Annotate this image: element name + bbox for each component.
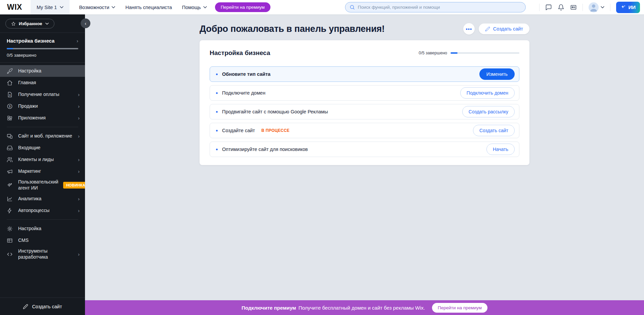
chat-icon[interactable] xyxy=(545,4,552,11)
sidebar-create-site-button[interactable]: Создать сайт xyxy=(0,298,85,315)
sidebar-item-label: Входящие xyxy=(18,145,80,151)
svg-text:$: $ xyxy=(9,105,11,108)
nav-help[interactable]: Помощь xyxy=(182,5,207,10)
bullet-dot-icon xyxy=(216,92,218,94)
chevron-down-icon xyxy=(203,6,207,8)
analytics-chart-icon xyxy=(7,196,13,202)
new-badge: НОВИНКА xyxy=(63,182,85,189)
gear-icon xyxy=(7,226,13,232)
task-connect-domain-button[interactable]: Подключить домен xyxy=(460,87,515,99)
business-setup-card: Настройка бизнеса 0/5 завершено Обновите… xyxy=(200,40,529,165)
code-icon xyxy=(7,251,13,257)
chevron-right-icon: › xyxy=(78,251,80,257)
apps-grid-icon xyxy=(7,115,13,121)
nav-features[interactable]: Возможности xyxy=(79,5,115,10)
sidebar-item-label: Клиенты и лиды xyxy=(18,157,73,163)
sidebar-item-marketing[interactable]: Маркетинг › xyxy=(0,165,85,177)
sidebar-item-site-and-app[interactable]: Сайт и моб. приложение › xyxy=(0,130,85,142)
chevron-right-icon: › xyxy=(78,196,80,202)
ai-button-label: ИИ xyxy=(628,4,636,10)
chevron-down-icon xyxy=(60,6,63,8)
task-row-update-site-type[interactable]: Обновите тип сайта Изменить xyxy=(210,66,519,82)
notifications-bell-icon[interactable] xyxy=(558,4,564,11)
sidebar-item-get-paid[interactable]: $ Получение оплаты › xyxy=(0,89,85,100)
sidebar-item-ai-agent[interactable]: Пользовательский агент ИИ НОВИНКА xyxy=(0,177,85,193)
banner-premium-button[interactable]: Перейти на премиум xyxy=(432,303,487,313)
divider xyxy=(583,4,583,11)
task-create-site-button[interactable]: Создать сайт xyxy=(473,125,515,136)
card-progress-label: 0/5 завершено xyxy=(419,51,447,55)
task-row-google-ads[interactable]: Продвигайте сайт с помощью Google Реклам… xyxy=(210,104,519,119)
search-input[interactable] xyxy=(358,5,521,10)
task-row-seo[interactable]: Оптимизируйте сайт для поисковиков Начат… xyxy=(210,142,519,157)
inbox-icon xyxy=(7,145,13,151)
bullet-dot-icon xyxy=(216,73,218,75)
account-menu[interactable] xyxy=(589,2,604,12)
sidebar-item-customers-leads[interactable]: Клиенты и лиды › xyxy=(0,154,85,165)
sidebar-collapse-button[interactable]: ‹ xyxy=(81,18,90,28)
sidebar-item-sales[interactable]: $ Продажи › xyxy=(0,100,85,112)
sidebar-item-label: Продажи xyxy=(18,103,73,109)
sidebar-item-label: Настройка xyxy=(18,68,80,74)
create-site-button[interactable]: Создать сайт xyxy=(479,23,529,34)
cms-table-icon xyxy=(7,238,13,244)
top-nav: Возможности Нанять специалиста Помощь xyxy=(79,5,207,10)
ai-assistant-button[interactable]: ИИ xyxy=(616,2,640,13)
sidebar-create-site-label: Создать сайт xyxy=(32,304,62,309)
setup-progress-fill xyxy=(7,48,13,49)
updates-news-icon[interactable] xyxy=(570,4,577,11)
nav-hire-label: Нанять специалиста xyxy=(125,5,172,10)
sidebar-item-settings[interactable]: Настройка xyxy=(0,223,85,234)
nav-features-label: Возможности xyxy=(79,5,109,10)
task-row-create-site[interactable]: Создайте сайт В ПРОЦЕССЕ Создать сайт xyxy=(210,123,519,138)
sidebar-item-apps[interactable]: Приложения › xyxy=(0,112,85,124)
more-actions-button[interactable]: ••• xyxy=(463,23,475,35)
sidebar-item-analytics[interactable]: Аналитика › xyxy=(0,193,85,205)
divider xyxy=(539,4,540,11)
nav-hire-professional[interactable]: Нанять специалиста xyxy=(125,5,172,10)
task-edit-button[interactable]: Изменить xyxy=(479,68,515,80)
task-label: Продвигайте сайт с помощью Google Реклам… xyxy=(222,109,328,114)
sidebar-item-inbox[interactable]: Входящие xyxy=(0,142,85,154)
rocket-icon xyxy=(7,68,13,74)
devices-icon xyxy=(7,133,13,139)
global-search[interactable] xyxy=(345,2,526,12)
task-create-campaign-button[interactable]: Создать рассылку xyxy=(462,106,515,117)
task-list: Обновите тип сайта Изменить Подключите д… xyxy=(210,66,519,157)
page-title: Добро пожаловать в панель управления! xyxy=(200,24,385,34)
chevron-down-icon xyxy=(112,6,115,8)
sidebar-item-setup[interactable]: Настройка xyxy=(0,65,85,77)
sidebar-item-dev-tools[interactable]: Инструменты разработчика › xyxy=(0,246,85,262)
chevron-right-icon: › xyxy=(78,133,80,139)
task-label: Оптимизируйте сайт для поисковиков xyxy=(222,147,308,152)
divider xyxy=(610,4,610,11)
sidebar-item-label: Инструменты разработчика xyxy=(18,248,73,260)
sidebar-item-automations[interactable]: Автопроцессы › xyxy=(0,205,85,216)
task-status-badge: В ПРОЦЕССЕ xyxy=(261,128,290,133)
sidebar-item-label: CMS xyxy=(18,238,80,244)
site-selector[interactable]: My Site 1 xyxy=(31,0,70,14)
setup-progress-label: 0/5 завершено xyxy=(7,53,78,58)
sidebar-item-cms[interactable]: CMS xyxy=(0,234,85,246)
business-setup-summary[interactable]: Настройка бизнеса › 0/5 завершено xyxy=(0,33,85,63)
task-label: Создайте сайт xyxy=(222,128,255,133)
favorites-menu[interactable]: Избранное xyxy=(5,19,54,29)
chevron-right-icon: › xyxy=(78,168,80,174)
sidebar-item-label: Главная xyxy=(18,80,80,86)
sidebar-item-label: Получение оплаты xyxy=(18,92,73,98)
chevron-right-icon: › xyxy=(78,157,80,162)
pencil-icon xyxy=(23,304,28,309)
task-row-connect-domain[interactable]: Подключите домен Подключить домен xyxy=(210,85,519,101)
chevron-down-icon xyxy=(601,6,604,8)
chevron-right-icon: › xyxy=(78,208,80,213)
card-progress-fill xyxy=(450,52,458,54)
main-content: Добро пожаловать в панель управления! ••… xyxy=(85,14,644,300)
svg-text:$: $ xyxy=(9,93,11,96)
sidebar-item-home[interactable]: Главная xyxy=(0,77,85,89)
upgrade-premium-button[interactable]: Перейти на премиум xyxy=(215,2,270,12)
task-start-button[interactable]: Начать xyxy=(486,144,515,155)
bullet-dot-icon xyxy=(216,130,218,132)
topbar-icons: ИИ xyxy=(539,0,644,14)
sidebar-item-label: Приложения xyxy=(18,115,73,121)
card-progress-track xyxy=(450,52,519,54)
